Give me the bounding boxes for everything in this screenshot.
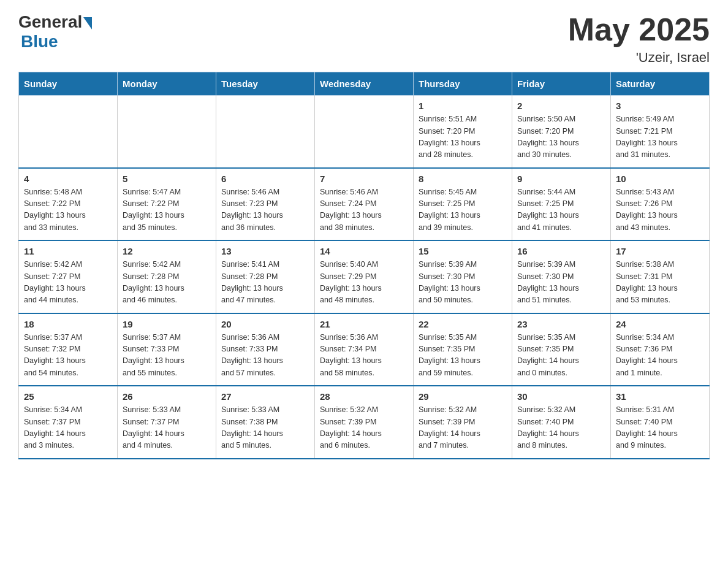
day-number: 12 [123, 246, 211, 256]
day-info: Sunrise: 5:39 AMSunset: 7:30 PMDaylight:… [517, 259, 605, 307]
day-number: 13 [221, 246, 309, 256]
day-info: Sunrise: 5:36 AMSunset: 7:33 PMDaylight:… [221, 332, 309, 380]
day-info: Sunrise: 5:31 AMSunset: 7:40 PMDaylight:… [616, 404, 704, 452]
weekday-header-friday: Friday [512, 72, 611, 96]
day-info: Sunrise: 5:50 AMSunset: 7:20 PMDaylight:… [517, 113, 605, 161]
logo-triangle-icon [83, 17, 92, 29]
weekday-header-monday: Monday [118, 72, 216, 96]
day-number: 11 [24, 246, 112, 256]
calendar-cell: 4Sunrise: 5:48 AMSunset: 7:22 PMDaylight… [19, 168, 118, 241]
day-info: Sunrise: 5:39 AMSunset: 7:30 PMDaylight:… [419, 259, 507, 307]
day-info: Sunrise: 5:38 AMSunset: 7:31 PMDaylight:… [616, 259, 704, 307]
day-number: 9 [517, 174, 605, 184]
day-number: 8 [419, 174, 507, 184]
location-label: 'Uzeir, Israel [568, 50, 710, 66]
day-number: 6 [221, 174, 309, 184]
weekday-header-row: SundayMondayTuesdayWednesdayThursdayFrid… [19, 72, 710, 96]
calendar-cell: 17Sunrise: 5:38 AMSunset: 7:31 PMDayligh… [611, 240, 710, 313]
calendar-cell [19, 96, 118, 168]
day-info: Sunrise: 5:49 AMSunset: 7:21 PMDaylight:… [616, 113, 704, 161]
calendar-cell: 2Sunrise: 5:50 AMSunset: 7:20 PMDaylight… [512, 96, 611, 168]
weekday-header-wednesday: Wednesday [315, 72, 414, 96]
day-info: Sunrise: 5:35 AMSunset: 7:35 PMDaylight:… [419, 332, 507, 380]
day-number: 25 [24, 391, 112, 402]
calendar-cell: 22Sunrise: 5:35 AMSunset: 7:35 PMDayligh… [414, 313, 512, 386]
day-number: 4 [24, 174, 112, 184]
calendar-week-row: 1Sunrise: 5:51 AMSunset: 7:20 PMDaylight… [19, 96, 710, 168]
calendar-cell: 1Sunrise: 5:51 AMSunset: 7:20 PMDaylight… [414, 96, 512, 168]
calendar-cell: 25Sunrise: 5:34 AMSunset: 7:37 PMDayligh… [19, 386, 118, 459]
day-number: 5 [123, 174, 211, 184]
calendar-cell: 15Sunrise: 5:39 AMSunset: 7:30 PMDayligh… [414, 240, 512, 313]
day-info: Sunrise: 5:43 AMSunset: 7:26 PMDaylight:… [616, 186, 704, 234]
calendar-cell: 14Sunrise: 5:40 AMSunset: 7:29 PMDayligh… [315, 240, 414, 313]
day-info: Sunrise: 5:47 AMSunset: 7:22 PMDaylight:… [123, 186, 211, 234]
weekday-header-saturday: Saturday [611, 72, 710, 96]
calendar-cell: 5Sunrise: 5:47 AMSunset: 7:22 PMDaylight… [118, 168, 216, 241]
day-number: 28 [320, 391, 408, 402]
calendar-cell: 6Sunrise: 5:46 AMSunset: 7:23 PMDaylight… [216, 168, 315, 241]
title-block: May 2025 'Uzeir, Israel [568, 12, 710, 66]
day-number: 3 [616, 101, 704, 111]
day-number: 14 [320, 246, 408, 256]
day-info: Sunrise: 5:35 AMSunset: 7:35 PMDaylight:… [517, 332, 605, 380]
day-info: Sunrise: 5:48 AMSunset: 7:22 PMDaylight:… [24, 186, 112, 234]
month-year-title: May 2025 [568, 12, 710, 47]
calendar-cell: 31Sunrise: 5:31 AMSunset: 7:40 PMDayligh… [611, 386, 710, 459]
logo-blue-text: Blue [21, 32, 58, 52]
calendar-cell: 11Sunrise: 5:42 AMSunset: 7:27 PMDayligh… [19, 240, 118, 313]
calendar-cell: 27Sunrise: 5:33 AMSunset: 7:38 PMDayligh… [216, 386, 315, 459]
calendar-cell: 29Sunrise: 5:32 AMSunset: 7:39 PMDayligh… [414, 386, 512, 459]
logo: General Blue [18, 12, 92, 52]
day-number: 2 [517, 101, 605, 111]
day-info: Sunrise: 5:46 AMSunset: 7:24 PMDaylight:… [320, 186, 408, 234]
calendar-cell: 21Sunrise: 5:36 AMSunset: 7:34 PMDayligh… [315, 313, 414, 386]
day-info: Sunrise: 5:32 AMSunset: 7:39 PMDaylight:… [320, 404, 408, 452]
day-number: 27 [221, 391, 309, 402]
day-info: Sunrise: 5:32 AMSunset: 7:39 PMDaylight:… [419, 404, 507, 452]
day-info: Sunrise: 5:41 AMSunset: 7:28 PMDaylight:… [221, 259, 309, 307]
weekday-header-sunday: Sunday [19, 72, 118, 96]
weekday-header-thursday: Thursday [414, 72, 512, 96]
calendar-cell: 8Sunrise: 5:45 AMSunset: 7:25 PMDaylight… [414, 168, 512, 241]
day-info: Sunrise: 5:44 AMSunset: 7:25 PMDaylight:… [517, 186, 605, 234]
calendar-cell: 28Sunrise: 5:32 AMSunset: 7:39 PMDayligh… [315, 386, 414, 459]
calendar-cell: 10Sunrise: 5:43 AMSunset: 7:26 PMDayligh… [611, 168, 710, 241]
calendar-week-row: 18Sunrise: 5:37 AMSunset: 7:32 PMDayligh… [19, 313, 710, 386]
calendar-cell: 12Sunrise: 5:42 AMSunset: 7:28 PMDayligh… [118, 240, 216, 313]
day-number: 29 [419, 391, 507, 402]
day-info: Sunrise: 5:46 AMSunset: 7:23 PMDaylight:… [221, 186, 309, 234]
calendar-cell [315, 96, 414, 168]
day-number: 21 [320, 319, 408, 329]
calendar-cell [118, 96, 216, 168]
day-info: Sunrise: 5:34 AMSunset: 7:37 PMDaylight:… [24, 404, 112, 452]
day-number: 20 [221, 319, 309, 329]
day-info: Sunrise: 5:42 AMSunset: 7:27 PMDaylight:… [24, 259, 112, 307]
calendar-cell: 30Sunrise: 5:32 AMSunset: 7:40 PMDayligh… [512, 386, 611, 459]
weekday-header-tuesday: Tuesday [216, 72, 315, 96]
calendar-cell: 7Sunrise: 5:46 AMSunset: 7:24 PMDaylight… [315, 168, 414, 241]
day-number: 24 [616, 319, 704, 329]
calendar-cell: 23Sunrise: 5:35 AMSunset: 7:35 PMDayligh… [512, 313, 611, 386]
day-info: Sunrise: 5:51 AMSunset: 7:20 PMDaylight:… [419, 113, 507, 161]
day-info: Sunrise: 5:33 AMSunset: 7:38 PMDaylight:… [221, 404, 309, 452]
day-info: Sunrise: 5:32 AMSunset: 7:40 PMDaylight:… [517, 404, 605, 452]
day-number: 16 [517, 246, 605, 256]
day-number: 7 [320, 174, 408, 184]
day-number: 10 [616, 174, 704, 184]
day-info: Sunrise: 5:36 AMSunset: 7:34 PMDaylight:… [320, 332, 408, 380]
calendar-cell: 24Sunrise: 5:34 AMSunset: 7:36 PMDayligh… [611, 313, 710, 386]
logo-general-text: General [18, 12, 82, 32]
day-number: 1 [419, 101, 507, 111]
day-info: Sunrise: 5:37 AMSunset: 7:33 PMDaylight:… [123, 332, 211, 380]
calendar-cell [216, 96, 315, 168]
day-number: 18 [24, 319, 112, 329]
calendar-cell: 26Sunrise: 5:33 AMSunset: 7:37 PMDayligh… [118, 386, 216, 459]
calendar-cell: 19Sunrise: 5:37 AMSunset: 7:33 PMDayligh… [118, 313, 216, 386]
day-info: Sunrise: 5:40 AMSunset: 7:29 PMDaylight:… [320, 259, 408, 307]
day-number: 22 [419, 319, 507, 329]
day-number: 23 [517, 319, 605, 329]
day-info: Sunrise: 5:33 AMSunset: 7:37 PMDaylight:… [123, 404, 211, 452]
day-info: Sunrise: 5:37 AMSunset: 7:32 PMDaylight:… [24, 332, 112, 380]
day-number: 15 [419, 246, 507, 256]
